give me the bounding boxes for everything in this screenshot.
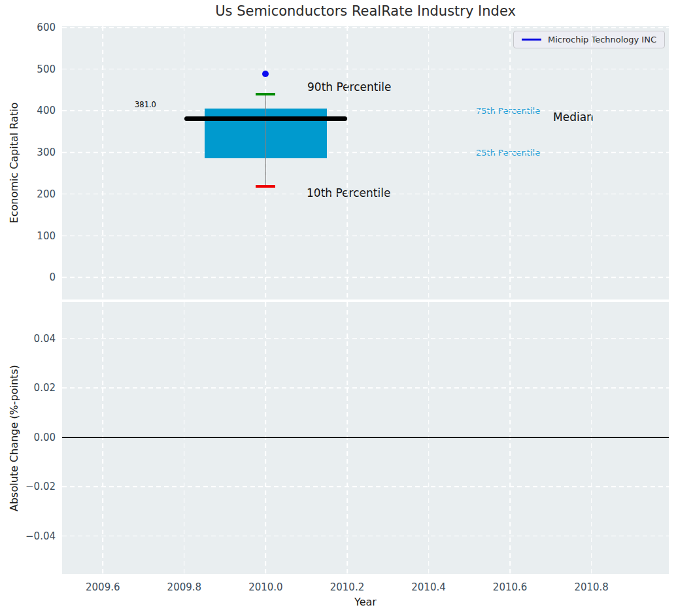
y-gridline bbox=[62, 487, 669, 488]
y-tick-label: 400 bbox=[37, 105, 56, 116]
y-gridline bbox=[62, 69, 669, 70]
top-y-axis-label: Economic Capital Ratio bbox=[8, 103, 20, 224]
x-tick-label: 2010.8 bbox=[574, 581, 609, 593]
median-annotation: Median bbox=[553, 111, 594, 124]
company-data-point bbox=[262, 71, 269, 77]
y-tick-label: 0.00 bbox=[34, 431, 56, 443]
x-gridline bbox=[591, 302, 592, 574]
y-gridline bbox=[62, 277, 669, 278]
p25-annotation: 25th Percentile bbox=[476, 148, 540, 158]
median-line bbox=[184, 116, 347, 121]
y-tick-label: 600 bbox=[37, 22, 56, 33]
x-gridline bbox=[346, 302, 348, 574]
y-tick-label: 200 bbox=[37, 188, 56, 199]
x-gridline bbox=[509, 302, 511, 574]
x-gridline bbox=[509, 26, 511, 299]
x-gridline bbox=[184, 26, 185, 299]
figure: Us Semiconductors RealRate Industry Inde… bbox=[0, 0, 676, 616]
p10-cap bbox=[256, 185, 275, 188]
y-tick-label: 100 bbox=[37, 230, 56, 241]
legend-box: Microchip Technology INC bbox=[513, 31, 665, 48]
x-gridline bbox=[265, 302, 267, 574]
x-gridline bbox=[346, 26, 348, 299]
x-gridline bbox=[428, 26, 430, 299]
y-tick-label: −0.04 bbox=[25, 530, 56, 541]
y-gridline bbox=[62, 194, 669, 195]
y-gridline bbox=[62, 235, 669, 237]
chart-title: Us Semiconductors RealRate Industry Inde… bbox=[62, 3, 669, 19]
x-tick-label: 2010.4 bbox=[411, 581, 446, 593]
y-tick-label: −0.02 bbox=[25, 481, 56, 492]
y-tick-label: 0.02 bbox=[34, 382, 56, 394]
x-tick-label: 2009.6 bbox=[86, 581, 120, 593]
x-gridline bbox=[102, 26, 103, 299]
y-tick-label: 300 bbox=[37, 146, 56, 158]
y-gridline bbox=[62, 27, 669, 28]
y-tick-label: 500 bbox=[37, 63, 56, 75]
x-tick-label: 2010.6 bbox=[493, 581, 528, 593]
y-gridline bbox=[62, 338, 669, 339]
bottom-y-axis-label: Absolute Change (%-points) bbox=[8, 365, 20, 511]
y-tick-label: 0.04 bbox=[34, 332, 56, 344]
p90-annotation: 90th Percentile bbox=[307, 80, 391, 94]
x-tick-label: 2009.8 bbox=[167, 581, 202, 593]
bottom-axes-absolute-change: 2009.62009.82010.02010.22010.42010.62010… bbox=[62, 302, 669, 574]
y-gridline bbox=[62, 536, 669, 537]
median-value-annotation: 381.0 bbox=[135, 100, 156, 109]
y-gridline bbox=[62, 111, 669, 112]
x-gridline bbox=[184, 302, 185, 574]
legend-line-sample bbox=[522, 39, 541, 40]
x-gridline bbox=[591, 26, 592, 299]
whisker-line bbox=[265, 94, 267, 186]
y-gridline bbox=[62, 152, 669, 153]
p90-cap bbox=[256, 93, 275, 95]
y-tick-label: 0 bbox=[49, 271, 56, 283]
x-gridline bbox=[102, 302, 103, 574]
x-tick-label: 2010.2 bbox=[330, 581, 365, 593]
legend-series-label: Microchip Technology INC bbox=[548, 35, 656, 44]
top-axes-economic-capital-ratio: 381.0 90th Percentile 10th Percentile 75… bbox=[62, 26, 669, 299]
x-axis-label: Year bbox=[62, 596, 669, 608]
x-tick-label: 2010.0 bbox=[248, 581, 283, 593]
x-gridline bbox=[428, 302, 430, 574]
y-gridline bbox=[62, 388, 669, 389]
zero-reference-line bbox=[62, 437, 669, 438]
